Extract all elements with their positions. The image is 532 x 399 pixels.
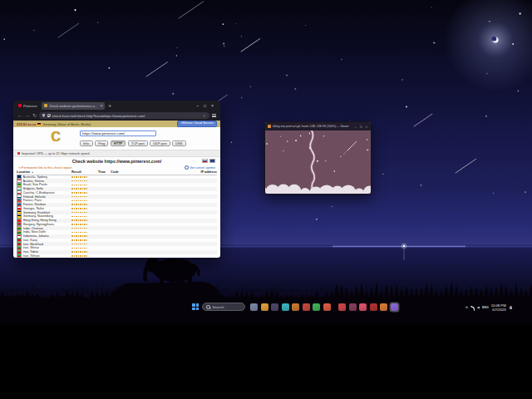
letterbox-bottom [0, 323, 532, 399]
loading-dot-icon [80, 244, 81, 245]
loading-dot-icon [84, 196, 86, 198]
dock-app-icon-app[interactable] [303, 303, 310, 311]
browser-minimize-button[interactable]: – [196, 103, 199, 108]
start-button[interactable] [192, 303, 199, 310]
ad-banner[interactable]: Important! VPS — up to 22 Gbps network s… [13, 150, 220, 157]
dock-app-icon-app[interactable] [250, 303, 258, 311]
dock-app-icon-viewer[interactable] [391, 303, 398, 311]
loading-dot-icon [82, 208, 84, 209]
loading-dot-icon [84, 248, 86, 249]
offshore-servers-ad-button[interactable]: Offshore Cloud Servers [177, 121, 217, 127]
browser-tab[interactable]: Check website performance a...× [42, 102, 106, 110]
tray-chevron-icon[interactable]: ^ [466, 305, 468, 310]
padlock-icon[interactable] [47, 116, 50, 118]
media-maximize-button[interactable]: □ [360, 125, 362, 129]
permalink-label[interactable]: Permanent link to this check report: [22, 165, 72, 170]
media-minimize-button[interactable]: – [355, 125, 357, 129]
loading-dot-icon [86, 219, 88, 221]
header-location[interactable]: Location [17, 170, 30, 174]
loading-dot-icon [84, 232, 86, 234]
loading-dot-icon [76, 235, 77, 237]
check-button-info[interactable]: Info: [80, 140, 93, 146]
loading-dot-icon [82, 176, 84, 178]
ad-text[interactable]: Important! VPS — up to 22 Gbps network s… [22, 152, 89, 155]
check-button-ping[interactable]: Ping [95, 140, 108, 146]
header-code: Code [111, 170, 123, 174]
loading-dot-icon [82, 216, 84, 218]
result-loading-dots [71, 219, 98, 221]
loading-dot-icon [80, 185, 81, 186]
checkhost-logo[interactable]: C [51, 130, 60, 145]
wifi-icon[interactable] [470, 306, 475, 309]
loading-dot-icon [78, 232, 80, 234]
loading-dot-icon [71, 255, 73, 257]
check-button-tcpport[interactable]: TCP port [128, 140, 148, 146]
bookmark-star-icon[interactable]: ☆ [203, 113, 206, 118]
url-bar[interactable]: check-host.net/check-http?host=https://w… [39, 112, 209, 120]
browser-maximize-button[interactable]: □ [204, 103, 206, 108]
sort-arrow-icon[interactable]: ▲ [32, 170, 34, 174]
result-loading-dots [71, 208, 98, 209]
media-title-bar[interactable]: falling-star-pixel-art.gif, frame 1/48, … [265, 122, 371, 131]
media-viewer-window: falling-star-pixel-art.gif, frame 1/48, … [264, 121, 372, 195]
notification-bell-icon[interactable] [510, 306, 512, 309]
check-button-http[interactable]: HTTP [111, 140, 126, 146]
loading-dot-icon [80, 192, 81, 194]
menu-hamburger-icon[interactable] [212, 114, 216, 117]
loading-dot-icon [76, 200, 77, 202]
dock-app-icon-app[interactable] [338, 303, 346, 311]
loading-dot-icon [78, 204, 80, 205]
search-input[interactable]: Search [202, 303, 245, 311]
taskbar-clock[interactable]: 10:08 PM 6/7/2023 [491, 303, 506, 312]
forward-button[interactable]: → [25, 111, 30, 121]
loading-dot-icon [76, 232, 77, 234]
host-input[interactable] [80, 131, 156, 136]
loading-dot-icon [84, 219, 86, 221]
check-button-dns[interactable]: DNS [172, 140, 185, 146]
tab-close-icon[interactable]: × [100, 103, 102, 108]
loading-dot-icon [86, 185, 88, 186]
tracking-shield-icon[interactable] [42, 114, 45, 117]
checkhost-page: 212.91.xx.xx Germany (State of Berlin, B… [13, 121, 220, 258]
volume-icon[interactable] [477, 307, 480, 309]
lang-flag-en-icon[interactable] [209, 159, 215, 163]
browser-close-button[interactable]: × [211, 103, 214, 108]
tab-label: Pinterest [23, 104, 37, 108]
loading-dot-icon [74, 239, 76, 241]
lang-flag-ru-icon[interactable] [202, 159, 208, 163]
new-tab-button[interactable]: + [106, 102, 113, 110]
result-loading-dots [71, 239, 98, 241]
language-indicator[interactable]: ENG [482, 306, 489, 309]
result-loading-dots [71, 255, 98, 257]
result-loading-dots [71, 228, 98, 229]
loading-dot-icon [86, 216, 88, 218]
dock-app-icon-files[interactable] [261, 303, 268, 311]
loading-dot-icon [80, 188, 81, 190]
loading-dot-icon [71, 244, 73, 245]
dock-app-icon-app[interactable] [380, 303, 387, 311]
check-button-udpport[interactable]: UDP port [150, 140, 170, 146]
loading-dot-icon [82, 228, 84, 229]
reload-button[interactable]: ↻ [32, 111, 37, 121]
result-loading-dots [71, 196, 98, 198]
dock-app-icon-app[interactable] [359, 303, 367, 311]
back-button[interactable]: ← [17, 111, 22, 121]
uptime-link[interactable]: Get server uptime [185, 165, 215, 170]
dock-app-icon-app[interactable] [370, 303, 377, 311]
loading-dot-icon [71, 216, 73, 218]
loading-dot-icon [80, 216, 81, 218]
dock-app-icon-browser[interactable] [323, 303, 331, 311]
loading-dot-icon [80, 219, 81, 221]
dock-app-icon-app[interactable] [349, 303, 357, 311]
browser-tab[interactable]: Pinterest [16, 102, 40, 110]
loading-dot-icon [74, 244, 76, 245]
url-text[interactable]: check-host.net/check-http?host=https://w… [52, 114, 200, 118]
dock-app-icon-app[interactable] [292, 303, 299, 311]
media-close-button[interactable]: × [366, 125, 367, 129]
dock-app-icon-app[interactable] [282, 303, 289, 311]
media-window-title: falling-star-pixel-art.gif, frame 1/48, … [273, 125, 353, 128]
link-icon: ∞ [18, 165, 21, 170]
dock-app-icon-app[interactable] [313, 303, 320, 311]
loading-dot-icon [86, 196, 88, 198]
dock-app-icon-app[interactable] [271, 303, 278, 311]
